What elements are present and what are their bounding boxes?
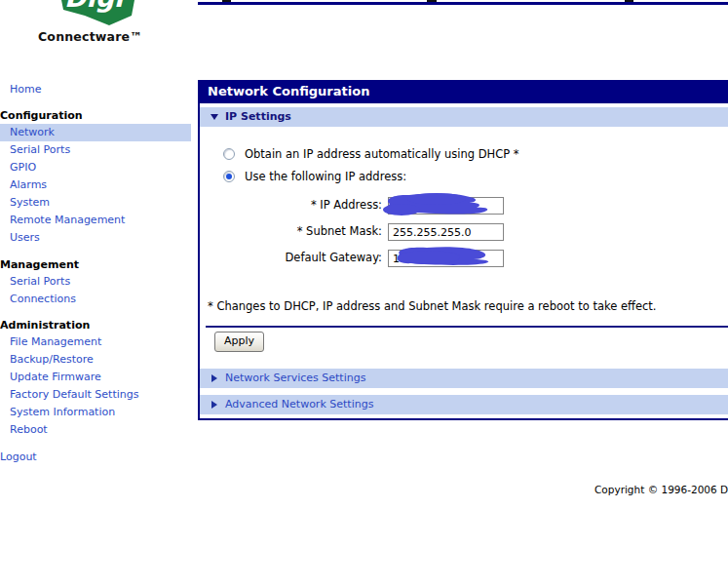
sidebar-item-connections[interactable]: Connections bbox=[0, 291, 191, 308]
brand-name: Connectware™ bbox=[38, 29, 142, 44]
ip-settings-section-header[interactable]: IP Settings bbox=[200, 107, 728, 127]
sidebar-section-configuration: Configuration bbox=[0, 107, 191, 124]
subnet-mask-input[interactable] bbox=[388, 223, 504, 241]
network-services-settings-title: Network Services Settings bbox=[225, 369, 365, 388]
sidebar-section-administration: Administration bbox=[0, 317, 191, 333]
page-title: Network Configuration bbox=[200, 80, 728, 103]
network-configuration-panel: Network Configuration IP Settings Obtain… bbox=[198, 80, 728, 420]
sidebar-nav: Home Configuration Network Serial Ports … bbox=[0, 81, 191, 466]
apply-button[interactable]: Apply bbox=[214, 332, 264, 352]
logo-text: Digi bbox=[64, 0, 127, 13]
advanced-network-settings-title: Advanced Network Settings bbox=[225, 395, 373, 414]
reboot-note: * Changes to DHCP, IP address and Subnet… bbox=[208, 299, 657, 313]
ip-address-input[interactable] bbox=[388, 197, 504, 215]
triangle-right-icon bbox=[211, 374, 217, 382]
sidebar-item-network[interactable]: Network bbox=[0, 124, 191, 141]
sidebar-item-remote-management[interactable]: Remote Management bbox=[0, 212, 191, 229]
divider-rule bbox=[206, 326, 728, 328]
cropped-text-fragment bbox=[222, 0, 231, 2]
triangle-right-icon bbox=[211, 401, 217, 409]
static-ip-radio[interactable] bbox=[223, 171, 235, 182]
sidebar-item-factory-default-settings[interactable]: Factory Default Settings bbox=[0, 386, 191, 404]
top-header-rule bbox=[198, 2, 728, 5]
subnet-mask-label: * Subnet Mask: bbox=[200, 224, 382, 238]
digi-logo: Digi bbox=[61, 0, 135, 30]
sidebar-section-management: Management bbox=[0, 256, 191, 273]
sidebar-item-update-firmware[interactable]: Update Firmware bbox=[0, 369, 191, 386]
dhcp-option-row: Obtain an IP address automatically using… bbox=[223, 147, 519, 161]
sidebar-item-users[interactable]: Users bbox=[0, 229, 191, 247]
default-gateway-label: Default Gateway: bbox=[200, 251, 382, 264]
ip-address-label: * IP Address: bbox=[200, 198, 382, 212]
sidebar-item-alarms[interactable]: Alarms bbox=[0, 176, 191, 194]
cropped-text-fragment bbox=[625, 0, 633, 2]
network-services-settings-section-header[interactable]: Network Services Settings bbox=[200, 369, 728, 388]
static-ip-radio-label: Use the following IP address: bbox=[245, 170, 406, 183]
default-gateway-row: Default Gateway: bbox=[200, 248, 504, 267]
advanced-network-settings-section-header[interactable]: Advanced Network Settings bbox=[200, 395, 728, 414]
sidebar-item-backup-restore[interactable]: Backup/Restore bbox=[0, 351, 191, 369]
sidebar-item-file-management[interactable]: File Management bbox=[0, 333, 191, 351]
sidebar-item-reboot[interactable]: Reboot bbox=[0, 421, 191, 439]
sidebar-item-mgmt-serial-ports[interactable]: Serial Ports bbox=[0, 273, 191, 291]
ip-address-row: * IP Address: bbox=[200, 195, 504, 215]
sidebar-item-system-information[interactable]: System Information bbox=[0, 404, 191, 421]
sidebar-item-serial-ports[interactable]: Serial Ports bbox=[0, 141, 191, 159]
dhcp-radio-label: Obtain an IP address automatically using… bbox=[245, 147, 519, 161]
triangle-down-icon bbox=[211, 114, 218, 120]
cropped-text-fragment bbox=[427, 0, 437, 2]
dhcp-radio[interactable] bbox=[223, 148, 235, 160]
static-ip-option-row: Use the following IP address: bbox=[223, 170, 406, 183]
default-gateway-input[interactable] bbox=[388, 250, 504, 267]
sidebar-item-system[interactable]: System bbox=[0, 194, 191, 212]
sidebar-item-logout[interactable]: Logout bbox=[0, 449, 191, 466]
subnet-mask-row: * Subnet Mask: bbox=[200, 221, 504, 241]
copyright-text: Copyright © 1996-2006 D bbox=[594, 484, 728, 495]
sidebar-item-gpio[interactable]: GPIO bbox=[0, 159, 191, 176]
sidebar-item-home[interactable]: Home bbox=[0, 81, 191, 98]
ip-settings-title: IP Settings bbox=[225, 107, 291, 127]
